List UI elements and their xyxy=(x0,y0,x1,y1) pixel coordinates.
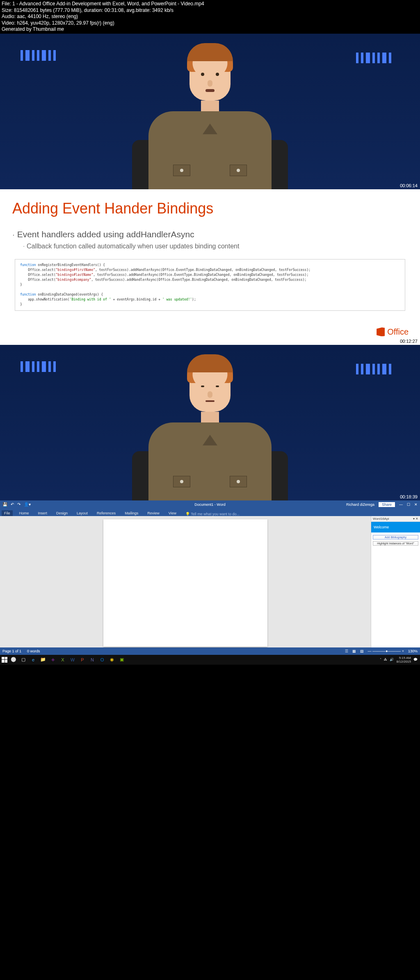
close-icon[interactable]: ✕ xyxy=(414,503,418,507)
undo-icon[interactable]: ↶ xyxy=(11,502,14,507)
chrome-icon[interactable]: ◉ xyxy=(108,656,116,663)
highlight-word-button[interactable]: Highlight Instances of "Word" xyxy=(373,541,418,546)
meta-size: Size: 815482061 bytes (777.70 MiB), dura… xyxy=(2,7,418,14)
redo-icon[interactable]: ↷ xyxy=(17,502,21,507)
start-button[interactable] xyxy=(2,657,7,663)
add-bibliography-button[interactable]: Add Bibliography xyxy=(373,535,418,539)
taskpane-close-icon[interactable]: ▾ ✕ xyxy=(413,517,418,521)
edge-icon[interactable]: e xyxy=(30,656,37,663)
taskpane-hero: Welcome xyxy=(371,522,420,532)
word-titlebar: 💾 ↶ ↷ 👤▾ Document1 - Word Richard diZere… xyxy=(0,500,420,509)
windows-taskbar: ⚪ ▢ e 📁 ◈ X W P N O ◉ ▣ ˄ 🖧 🔊 5:15 AM 8/… xyxy=(0,655,420,665)
document-page[interactable] xyxy=(103,519,267,647)
tab-design[interactable]: Design xyxy=(54,510,70,516)
tab-mailings[interactable]: Mailings xyxy=(122,510,141,516)
share-button[interactable]: Share xyxy=(379,502,395,507)
onenote-icon[interactable]: N xyxy=(89,656,96,663)
view-print-icon[interactable]: ▦ xyxy=(352,649,356,653)
notification-icon[interactable]: 💬 xyxy=(413,658,418,661)
slide-bullet: Event handlers added using addHandlerAsy… xyxy=(12,230,408,239)
word-workspace: Word16Api ▾ ✕ Welcome Add Bibliography H… xyxy=(0,516,420,647)
tab-references[interactable]: References xyxy=(94,510,118,516)
outlook-icon[interactable]: O xyxy=(98,656,106,663)
thumbnail-1: 00:06:14 xyxy=(0,34,420,189)
thumbnail-3: 00:18:39 xyxy=(0,345,420,500)
meta-audio: Audio: aac, 44100 Hz, stereo (eng) xyxy=(2,14,418,20)
user-name[interactable]: Richard diZerega xyxy=(346,503,374,507)
office-logo: Office xyxy=(377,327,409,337)
thumbnail-4-word: 💾 ↶ ↷ 👤▾ Document1 - Word Richard diZere… xyxy=(0,500,420,656)
clock-date[interactable]: 8/12/2015 xyxy=(396,660,411,663)
meta-video: Video: h264, yuv420p, 1280x720, 29.97 fp… xyxy=(2,20,418,27)
tab-view[interactable]: View xyxy=(166,510,179,516)
excel-icon[interactable]: X xyxy=(59,656,66,663)
ribbon-tabs: File Home Insert Design Layout Reference… xyxy=(0,509,420,516)
zoom-level[interactable]: 130% xyxy=(408,649,418,653)
timestamp-4: 00:24:54 xyxy=(400,640,418,645)
user-icon[interactable]: 👤▾ xyxy=(24,502,31,507)
search-icon[interactable]: ⚪ xyxy=(10,656,17,663)
timestamp-3: 00:18:39 xyxy=(400,494,418,499)
view-web-icon[interactable]: ▤ xyxy=(360,649,364,653)
view-read-icon[interactable]: ☰ xyxy=(345,649,348,653)
network-icon[interactable]: 🖧 xyxy=(384,658,387,661)
clock-time[interactable]: 5:15 AM xyxy=(396,656,411,660)
video-metadata-block: File: 1 - Advanced Office Add-in Develop… xyxy=(0,0,420,34)
page-count[interactable]: Page 1 of 1 xyxy=(2,649,21,653)
tab-file[interactable]: File xyxy=(2,510,13,516)
taskview-icon[interactable]: ▢ xyxy=(20,656,27,663)
slide-title: Adding Event Hander Bindings xyxy=(12,200,408,217)
meta-file: File: 1 - Advanced Office Add-in Develop… xyxy=(2,1,418,7)
tab-layout[interactable]: Layout xyxy=(74,510,90,516)
tell-me-search[interactable]: 💡 Tell me what you want to do... xyxy=(185,512,240,516)
word-statusbar: Page 1 of 1 0 words ☰ ▦ ▤ — ─────●───── … xyxy=(0,647,420,655)
volume-icon[interactable]: 🔊 xyxy=(390,658,394,661)
meta-generated: Generated by Thumbnail me xyxy=(2,26,418,33)
save-icon[interactable]: 💾 xyxy=(2,502,7,507)
explorer-icon[interactable]: 📁 xyxy=(39,656,47,663)
slide-subbullet: Callback function called automatically w… xyxy=(23,243,408,250)
office-logo-icon xyxy=(377,327,385,336)
black-filler xyxy=(0,656,420,980)
document-title: Document1 - Word xyxy=(194,503,225,507)
code-block: function onRegisterBindingEventHandlers(… xyxy=(15,259,405,311)
taskpane-title: Word16Api ▾ ✕ xyxy=(371,516,420,522)
maximize-icon[interactable]: ☐ xyxy=(407,503,410,507)
tab-home[interactable]: Home xyxy=(17,510,32,516)
word-count[interactable]: 0 words xyxy=(27,649,40,653)
thumbnail-2-slide: Adding Event Hander Bindings Event handl… xyxy=(0,189,420,345)
system-tray[interactable]: ˄ 🖧 🔊 5:15 AM 8/12/2015 💬 xyxy=(380,656,418,663)
powerpoint-icon[interactable]: P xyxy=(79,656,86,663)
tab-insert[interactable]: Insert xyxy=(36,510,50,516)
app-icon[interactable]: ▣ xyxy=(118,656,126,663)
visualstudio-icon[interactable]: ◈ xyxy=(49,656,57,663)
tray-up-icon[interactable]: ˄ xyxy=(380,658,381,661)
document-area[interactable] xyxy=(0,516,371,647)
tab-review[interactable]: Review xyxy=(145,510,162,516)
timestamp-1: 00:06:14 xyxy=(400,183,418,188)
taskpane: Word16Api ▾ ✕ Welcome Add Bibliography H… xyxy=(371,516,420,647)
word-icon[interactable]: W xyxy=(69,656,76,663)
quick-access-toolbar[interactable]: 💾 ↶ ↷ 👤▾ xyxy=(2,502,31,507)
minimize-icon[interactable]: — xyxy=(399,503,403,507)
timestamp-2: 00:12:27 xyxy=(400,339,418,344)
